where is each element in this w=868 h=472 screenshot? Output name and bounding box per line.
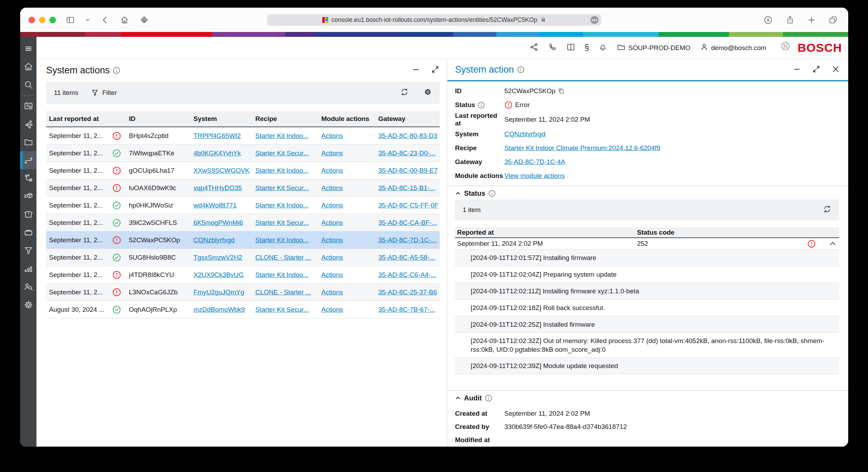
gateway-link[interactable]: 35-AD-8C-80-83-D3	[375, 132, 440, 140]
workspace-selector[interactable]: SOUP-PROD-DEMO	[617, 42, 690, 54]
system-link[interactable]: X2UX9Ck3BvUG	[191, 271, 253, 279]
user-menu[interactable]: demo@bosch.com	[700, 42, 767, 54]
column-header-last-reported-at[interactable]: Last reported at	[46, 115, 111, 123]
close-panel-icon[interactable]	[832, 65, 840, 75]
share-icon[interactable]	[785, 15, 795, 25]
recipe-link[interactable]: Starter Kit Secur...	[253, 149, 319, 157]
downloads-icon[interactable]	[763, 15, 773, 25]
actions-link[interactable]: Actions	[319, 149, 375, 157]
status-section-header[interactable]: Status	[447, 186, 848, 200]
column-header-gateway[interactable]: Gateway	[375, 115, 440, 123]
gateway-link[interactable]: 35-AD-8C-CA-BF-...	[375, 219, 440, 227]
sidebar-item-menu[interactable]	[20, 40, 36, 58]
system-link[interactable]: XXwS9SCWGOVK	[191, 167, 253, 174]
minimize-panel-icon[interactable]	[793, 65, 801, 75]
legal-icon[interactable]: §	[585, 44, 589, 52]
system-link[interactable]: mzDdBomoWbk9	[191, 306, 253, 314]
sidebar-toggle-icon[interactable]	[66, 15, 75, 25]
actions-link[interactable]: Actions	[319, 202, 375, 209]
gateway-link[interactable]: 35-AD-8C-7D-1C-4A	[504, 158, 565, 166]
sidebar-item-home[interactable]	[20, 58, 36, 76]
sidebar-item-gear[interactable]	[20, 296, 36, 314]
gateway-link[interactable]: 35-AD-8C-23-D0-...	[375, 149, 440, 157]
column-header-system[interactable]: System	[191, 115, 253, 123]
info-icon[interactable]	[517, 66, 524, 73]
filter-button[interactable]: Filter	[91, 89, 117, 97]
sidebar-item-folder[interactable]	[20, 133, 36, 151]
gateway-link[interactable]: 35-AD-8C-15-B1-...	[375, 184, 440, 192]
sidebar-item-funnel[interactable]	[20, 242, 36, 260]
table-row[interactable]: August 30, 2024 ...OqhAOjRnPLXpmzDdBomoW…	[46, 301, 440, 318]
gateway-link[interactable]: 35-AD-8C-25-37-B6	[375, 288, 440, 296]
recipe-link[interactable]: Starter Kit Indoor Climate Premium:2024.…	[504, 144, 660, 152]
system-link[interactable]: CQNzblyrfxgd	[191, 236, 253, 244]
notifications-bell-icon[interactable]	[598, 42, 607, 53]
gateway-link[interactable]: 35-AD-8C-C5-FF-0F	[375, 202, 440, 209]
actions-link[interactable]: Actions	[319, 167, 375, 174]
sidebar-item-search[interactable]	[20, 76, 36, 94]
expand-panel-icon[interactable]	[812, 65, 820, 75]
refresh-icon[interactable]	[823, 205, 832, 215]
macos-minimize-button[interactable]	[39, 17, 46, 23]
expand-panel-icon[interactable]	[431, 65, 439, 75]
recipe-link[interactable]: Starter Kit Secur...	[253, 184, 319, 192]
info-icon[interactable]	[113, 67, 120, 74]
actions-link[interactable]: Actions	[319, 254, 375, 261]
table-row[interactable]: September 11, 2...hp0HKJfWoSizwd4kWol8t7…	[46, 197, 440, 214]
column-header-module-actions[interactable]: Module actions	[319, 115, 375, 123]
home-icon[interactable]	[120, 15, 129, 25]
gateway-link[interactable]: 35-AD-8C-A5-58-...	[375, 254, 440, 261]
macos-zoom-button[interactable]	[49, 17, 56, 23]
book-icon[interactable]	[566, 42, 576, 53]
gateway-link[interactable]: 35-AD-8C-7B-67-...	[375, 306, 440, 314]
recipe-link[interactable]: Starter Kit Indoo...	[253, 236, 319, 244]
back-icon[interactable]	[101, 16, 109, 24]
new-tab-icon[interactable]	[807, 16, 816, 24]
info-icon[interactable]	[478, 101, 485, 109]
gateway-link[interactable]: 35-AD-8C-7D-1C-...	[375, 236, 440, 244]
system-link[interactable]: 6K5mogPWnMi6	[191, 219, 253, 227]
tab-overview-icon[interactable]	[828, 15, 838, 25]
column-header-id[interactable]: ID	[126, 115, 191, 123]
info-icon[interactable]	[485, 394, 492, 402]
table-row[interactable]: September 11, 2...j4TDR8I8kCYUX2UX9Ck3Bv…	[46, 266, 440, 284]
system-link[interactable]: 4b0KGK4YvhYk	[191, 149, 253, 157]
table-row[interactable]: September 11, 2...BHpt4sZcptldTRPPf4G65W…	[46, 127, 440, 145]
recipe-link[interactable]: Starter Kit Indoo...	[253, 202, 319, 209]
refresh-icon[interactable]	[400, 88, 409, 98]
recipe-link[interactable]: CLONE - Starter ...	[253, 288, 319, 296]
sidebar-item-package[interactable]	[20, 187, 36, 205]
macos-close-button[interactable]	[28, 17, 35, 23]
address-bar[interactable]: console.eu1.bosch-iot-rollouts.com/syste…	[267, 14, 601, 26]
actions-link[interactable]: Actions	[319, 132, 375, 140]
actions-link[interactable]: Actions	[319, 184, 375, 192]
table-row[interactable]: September 11, 2...39iC2wSCHFLS6K5mogPWnM…	[46, 214, 440, 231]
extension-icon[interactable]	[140, 15, 149, 24]
recipe-link[interactable]: Starter Kit Indoo...	[253, 132, 319, 140]
page-settings-button[interactable]: •••	[590, 16, 598, 24]
gateway-link[interactable]: 35-AD-8C-C6-A4-...	[375, 271, 440, 279]
phone-icon[interactable]	[548, 42, 557, 53]
table-row[interactable]: September 11, 2...5UG8Hslo9B8CTgsxSmzwV2…	[46, 249, 440, 266]
actions-link[interactable]: Actions	[319, 271, 375, 279]
system-link[interactable]: vqp4THHyDO35	[191, 184, 253, 192]
sidebar-item-box[interactable]	[20, 205, 36, 223]
system-link[interactable]: TRPPf4G65WI2	[191, 132, 253, 140]
sidebar-item-users[interactable]	[20, 278, 36, 296]
system-link[interactable]: TgsxSmzwV2H2	[191, 254, 253, 261]
share-nodes-icon[interactable]	[529, 42, 539, 53]
minimize-panel-icon[interactable]	[412, 65, 420, 75]
status-row[interactable]: September 11, 2024 2:02 PM 252	[455, 238, 839, 250]
view-module-actions-link[interactable]: View module actions	[504, 172, 565, 180]
recipe-link[interactable]: Starter Kit Secur...	[253, 219, 319, 227]
sidebar-item-route[interactable]	[20, 169, 36, 187]
actions-link[interactable]: Actions	[319, 288, 375, 296]
system-link[interactable]: CQNzblyrfxgd	[504, 130, 545, 138]
actions-link[interactable]: Actions	[319, 219, 375, 227]
table-row[interactable]: September 11, 2...gOCUip6Lha17XXwS9SCWGO…	[46, 162, 440, 179]
sidebar-item-chart[interactable]	[20, 260, 36, 278]
recipe-link[interactable]: Starter Kit Indoo...	[253, 167, 319, 174]
actions-link[interactable]: Actions	[319, 306, 375, 314]
sidebar-item-battery[interactable]	[20, 223, 36, 242]
system-link[interactable]: FmyU2guJQmYg	[191, 288, 253, 296]
